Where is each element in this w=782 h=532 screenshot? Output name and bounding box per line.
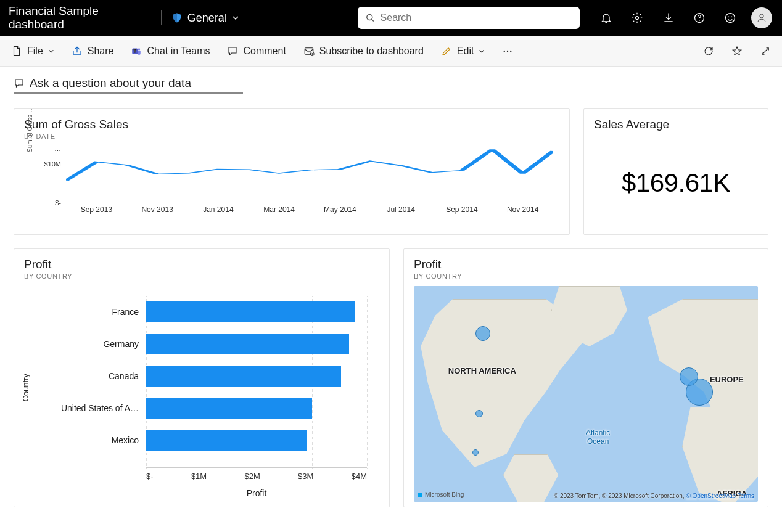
bar-category-label: Mexico [47, 435, 146, 445]
tile-title: Profit [24, 258, 379, 271]
avatar [751, 7, 772, 28]
bar-category-label: United States of A… [47, 403, 146, 413]
fullscreen-icon [760, 46, 771, 57]
gear-icon [631, 12, 643, 24]
dashboard-canvas: Sum of Gross Sales BY DATE Sum of Gross … [0, 97, 782, 518]
chat-teams-button[interactable]: T Chat in Teams [131, 46, 210, 57]
edit-label: Edit [457, 46, 474, 57]
axis-x-ticks: $-$1M$2M$3M$4M [146, 467, 367, 481]
chevron-down-icon [479, 48, 485, 54]
line-chart: Sum of Gross … … $10M $- Sep 2013Nov 201… [41, 146, 559, 220]
svg-point-0 [367, 14, 372, 20]
speech-bubble-icon [14, 78, 25, 89]
bar-category-label: Canada [47, 371, 146, 381]
fullscreen-button[interactable] [760, 46, 771, 57]
qna-input[interactable]: Ask a question about your data [14, 76, 243, 94]
svg-point-5 [728, 17, 730, 18]
share-label: Share [88, 46, 114, 57]
map-canvas[interactable]: NORTH AMERICA EUROPE AFRICA AtlanticOcea… [414, 286, 758, 502]
subscribe-button[interactable]: Subscribe to dashboard [303, 46, 424, 57]
download-icon [662, 12, 675, 24]
file-menu[interactable]: File [11, 46, 54, 57]
pencil-icon [441, 46, 452, 57]
chat-label: Chat in Teams [147, 46, 210, 57]
tile-profit-bar[interactable]: Profit BY COUNTRY Country FranceGermanyC… [14, 248, 390, 507]
tile-title: Profit [414, 258, 758, 271]
bar-row: France [47, 296, 367, 328]
share-button[interactable]: Share [72, 46, 114, 57]
account-button[interactable] [750, 6, 773, 30]
tile-sales-average-kpi[interactable]: Sales Average $169.61K [583, 108, 768, 235]
svg-point-14 [507, 50, 508, 51]
tile-subtitle: BY COUNTRY [24, 272, 379, 280]
svg-point-1 [636, 17, 639, 20]
qna-placeholder: Ask a question about your data [30, 76, 191, 90]
axis-y-label: Country [21, 374, 30, 402]
tile-gross-sales-line[interactable]: Sum of Gross Sales BY DATE Sum of Gross … [14, 108, 570, 235]
qna-section: Ask a question about your data [0, 67, 782, 97]
axis-x-label: Profit [146, 488, 367, 498]
kpi-value: $169.61K [594, 168, 758, 198]
tile-title: Sum of Gross Sales [24, 118, 559, 131]
sensitivity-dropdown[interactable]: General [171, 12, 239, 25]
search-box[interactable] [358, 7, 580, 29]
svg-point-4 [726, 14, 735, 23]
map-bubble[interactable] [472, 449, 479, 456]
axis-y-ticks: … $10M $- [39, 146, 61, 203]
terms-link[interactable]: Terms [738, 493, 754, 499]
smiley-icon [724, 12, 736, 24]
tile-subtitle: BY COUNTRY [414, 272, 758, 280]
tile-subtitle: BY DATE [24, 133, 559, 140]
file-icon [11, 46, 22, 57]
land-south-america [503, 454, 558, 502]
edit-menu[interactable]: Edit [441, 46, 485, 57]
subscribe-icon [303, 46, 315, 57]
map-bubble[interactable] [475, 410, 483, 417]
action-bar: File Share T Chat in Teams Comment Subsc… [0, 36, 782, 67]
svg-point-10 [138, 48, 140, 50]
ellipsis-icon [502, 46, 513, 57]
more-options-button[interactable] [502, 46, 513, 57]
star-icon [731, 46, 743, 57]
bar-rows: FranceGermanyCanadaUnited States of A…Me… [47, 296, 367, 456]
bar-row: Mexico [47, 424, 367, 456]
teams-icon: T [131, 46, 142, 57]
chevron-down-icon [48, 48, 54, 54]
bar-category-label: France [47, 307, 146, 317]
favorite-button[interactable] [731, 46, 743, 57]
bar [146, 301, 355, 322]
settings-button[interactable] [625, 6, 649, 30]
bar [146, 366, 341, 387]
refresh-button[interactable] [703, 46, 714, 57]
svg-point-7 [760, 14, 763, 18]
map-provider-logo: Microsoft Bing [418, 491, 464, 498]
share-icon [72, 46, 83, 57]
bar-chart: Country FranceGermanyCanadaUnited States… [30, 292, 379, 502]
search-icon [365, 12, 376, 23]
osm-link[interactable]: © OpenStreetMap [686, 493, 736, 499]
question-icon [693, 12, 706, 24]
comment-button[interactable]: Comment [227, 46, 286, 57]
tile-title: Sales Average [594, 118, 758, 131]
shield-icon [171, 12, 183, 24]
svg-point-13 [504, 50, 505, 51]
bar [146, 334, 349, 354]
map-label-eu: EUROPE [710, 375, 744, 384]
land-africa [682, 407, 758, 502]
axis-x-ticks: Sep 2013Nov 2013Jan 2014Mar 2014May 2014… [66, 205, 553, 214]
map-bubble[interactable] [680, 367, 698, 386]
notifications-button[interactable] [595, 6, 618, 30]
bar [146, 430, 307, 451]
sensitivity-label: General [187, 12, 227, 25]
search-input[interactable] [381, 12, 572, 23]
line-plot-svg [66, 146, 553, 203]
tile-profit-map[interactable]: Profit BY COUNTRY NORTH AMERICA EUROPE A… [403, 248, 768, 507]
bell-icon [600, 12, 612, 24]
download-button[interactable] [657, 6, 680, 30]
map-bubble[interactable] [475, 326, 490, 341]
help-button[interactable] [688, 6, 711, 30]
bar-row: Germany [47, 328, 367, 360]
feedback-button[interactable] [718, 6, 742, 30]
divider [161, 10, 162, 25]
app-header: Financial Sample dashboard General [0, 0, 782, 36]
